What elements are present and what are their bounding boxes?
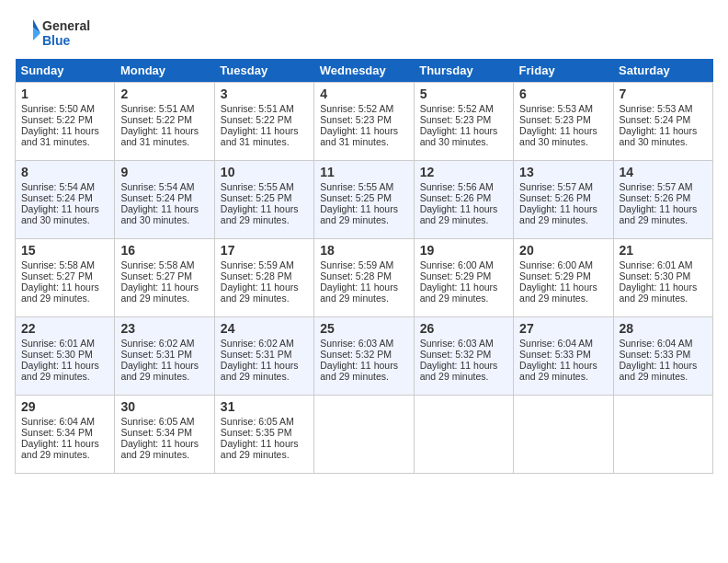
- daylight-text: Daylight: 11 hours and 29 minutes.: [620, 282, 698, 304]
- sunrise-text: Sunrise: 5:55 AM: [221, 181, 294, 192]
- sunset-text: Sunset: 5:27 PM: [21, 270, 93, 282]
- logo-svg: General Blue: [15, 15, 97, 52]
- day-number: 22: [21, 321, 108, 336]
- sunset-text: Sunset: 5:35 PM: [221, 427, 292, 438]
- sunset-text: Sunset: 5:33 PM: [519, 349, 591, 360]
- calendar-cell-day-20: 20 Sunrise: 6:00 AM Sunset: 5:29 PM Dayl…: [514, 239, 613, 317]
- day-number: 27: [519, 321, 607, 336]
- logo-text-block: General Blue: [15, 15, 97, 52]
- day-number: 11: [320, 165, 407, 179]
- sunset-text: Sunset: 5:26 PM: [420, 192, 492, 203]
- sunset-text: Sunset: 5:22 PM: [21, 114, 93, 125]
- daylight-text: Daylight: 11 hours and 31 minutes.: [120, 125, 199, 147]
- calendar-cell-day-15: 15 Sunrise: 5:58 AM Sunset: 5:27 PM Dayl…: [16, 239, 115, 317]
- calendar-cell-day-1: 1 Sunrise: 5:50 AM Sunset: 5:22 PM Dayli…: [16, 83, 115, 161]
- day-number: 21: [620, 243, 707, 258]
- header-cell-monday: Monday: [115, 59, 214, 83]
- sunrise-text: Sunrise: 5:56 AM: [420, 181, 494, 192]
- day-number: 26: [420, 321, 507, 336]
- daylight-text: Daylight: 11 hours and 31 minutes.: [320, 125, 398, 147]
- sunrise-text: Sunrise: 5:53 AM: [620, 103, 693, 114]
- sunset-text: Sunset: 5:28 PM: [320, 270, 392, 282]
- daylight-text: Daylight: 11 hours and 29 minutes.: [320, 282, 398, 304]
- sunrise-text: Sunrise: 6:05 AM: [221, 416, 294, 427]
- header-cell-friday: Friday: [514, 59, 613, 83]
- calendar-cell-day-13: 13 Sunrise: 5:57 AM Sunset: 5:26 PM Dayl…: [514, 161, 613, 239]
- day-number: 14: [620, 165, 707, 179]
- daylight-text: Daylight: 11 hours and 29 minutes.: [221, 203, 299, 225]
- svg-text:General: General: [42, 18, 90, 33]
- sunrise-text: Sunrise: 5:52 AM: [420, 103, 494, 114]
- sunrise-text: Sunrise: 6:01 AM: [620, 259, 693, 270]
- day-number: 20: [519, 243, 607, 258]
- sunset-text: Sunset: 5:28 PM: [221, 270, 292, 282]
- calendar-cell-day-18: 18 Sunrise: 5:59 AM Sunset: 5:28 PM Dayl…: [314, 239, 414, 317]
- calendar-cell-day-4: 4 Sunrise: 5:52 AM Sunset: 5:23 PM Dayli…: [314, 83, 414, 161]
- daylight-text: Daylight: 11 hours and 30 minutes.: [120, 203, 199, 225]
- sunset-text: Sunset: 5:22 PM: [120, 114, 192, 125]
- daylight-text: Daylight: 11 hours and 29 minutes.: [21, 282, 99, 304]
- sunset-text: Sunset: 5:25 PM: [320, 192, 392, 203]
- sunset-text: Sunset: 5:25 PM: [221, 192, 292, 203]
- header-cell-thursday: Thursday: [414, 59, 513, 83]
- daylight-text: Daylight: 11 hours and 30 minutes.: [519, 125, 597, 147]
- calendar-cell-day-12: 12 Sunrise: 5:56 AM Sunset: 5:26 PM Dayl…: [414, 161, 513, 239]
- sunrise-text: Sunrise: 6:00 AM: [420, 259, 494, 270]
- calendar-cell-day-11: 11 Sunrise: 5:55 AM Sunset: 5:25 PM Dayl…: [314, 161, 414, 239]
- sunset-text: Sunset: 5:27 PM: [120, 270, 192, 282]
- sunset-text: Sunset: 5:23 PM: [420, 114, 492, 125]
- sunset-text: Sunset: 5:30 PM: [21, 349, 93, 360]
- empty-cell: [613, 396, 712, 474]
- calendar-cell-day-5: 5 Sunrise: 5:52 AM Sunset: 5:23 PM Dayli…: [414, 83, 513, 161]
- daylight-text: Daylight: 11 hours and 29 minutes.: [120, 360, 199, 382]
- daylight-text: Daylight: 11 hours and 29 minutes.: [620, 360, 698, 382]
- daylight-text: Daylight: 11 hours and 29 minutes.: [221, 282, 299, 304]
- daylight-text: Daylight: 11 hours and 29 minutes.: [120, 438, 199, 460]
- daylight-text: Daylight: 11 hours and 29 minutes.: [21, 360, 99, 382]
- sunset-text: Sunset: 5:23 PM: [320, 114, 392, 125]
- sunrise-text: Sunrise: 6:04 AM: [519, 338, 593, 349]
- day-number: 1: [21, 86, 108, 101]
- day-number: 30: [120, 399, 208, 414]
- sunrise-text: Sunrise: 5:54 AM: [120, 181, 194, 192]
- calendar-cell-day-24: 24 Sunrise: 6:02 AM Sunset: 5:31 PM Dayl…: [214, 317, 313, 396]
- day-number: 25: [320, 321, 407, 336]
- daylight-text: Daylight: 11 hours and 30 minutes.: [21, 203, 99, 225]
- calendar-cell-day-10: 10 Sunrise: 5:55 AM Sunset: 5:25 PM Dayl…: [214, 161, 313, 239]
- sunset-text: Sunset: 5:31 PM: [221, 349, 292, 360]
- calendar-cell-day-27: 27 Sunrise: 6:04 AM Sunset: 5:33 PM Dayl…: [514, 317, 613, 396]
- day-number: 2: [120, 86, 208, 101]
- day-number: 5: [420, 86, 507, 101]
- calendar-cell-day-8: 8 Sunrise: 5:54 AM Sunset: 5:24 PM Dayli…: [16, 161, 115, 239]
- day-number: 18: [320, 243, 407, 258]
- calendar-cell-day-14: 14 Sunrise: 5:57 AM Sunset: 5:26 PM Dayl…: [613, 161, 712, 239]
- day-number: 9: [120, 165, 208, 179]
- calendar-cell-day-2: 2 Sunrise: 5:51 AM Sunset: 5:22 PM Dayli…: [115, 83, 214, 161]
- day-number: 6: [519, 86, 607, 101]
- day-number: 7: [620, 86, 707, 101]
- calendar-cell-day-23: 23 Sunrise: 6:02 AM Sunset: 5:31 PM Dayl…: [115, 317, 214, 396]
- daylight-text: Daylight: 11 hours and 29 minutes.: [620, 203, 698, 225]
- sunrise-text: Sunrise: 6:04 AM: [21, 416, 95, 427]
- day-number: 4: [320, 86, 407, 101]
- day-number: 28: [620, 321, 707, 336]
- daylight-text: Daylight: 11 hours and 29 minutes.: [519, 282, 597, 304]
- calendar-cell-day-17: 17 Sunrise: 5:59 AM Sunset: 5:28 PM Dayl…: [214, 239, 313, 317]
- calendar-table: SundayMondayTuesdayWednesdayThursdayFrid…: [15, 59, 713, 474]
- sunset-text: Sunset: 5:24 PM: [21, 192, 93, 203]
- sunset-text: Sunset: 5:22 PM: [221, 114, 292, 125]
- sunset-text: Sunset: 5:26 PM: [519, 192, 591, 203]
- sunset-text: Sunset: 5:34 PM: [21, 427, 93, 438]
- sunset-text: Sunset: 5:31 PM: [120, 349, 192, 360]
- calendar-header-row: SundayMondayTuesdayWednesdayThursdayFrid…: [16, 59, 713, 83]
- sunset-text: Sunset: 5:32 PM: [320, 349, 392, 360]
- calendar-cell-day-29: 29 Sunrise: 6:04 AM Sunset: 5:34 PM Dayl…: [16, 396, 115, 474]
- sunrise-text: Sunrise: 5:51 AM: [120, 103, 194, 114]
- sunset-text: Sunset: 5:26 PM: [620, 192, 691, 203]
- calendar-cell-day-19: 19 Sunrise: 6:00 AM Sunset: 5:29 PM Dayl…: [414, 239, 513, 317]
- calendar-cell-day-3: 3 Sunrise: 5:51 AM Sunset: 5:22 PM Dayli…: [214, 83, 313, 161]
- sunrise-text: Sunrise: 5:55 AM: [320, 181, 393, 192]
- daylight-text: Daylight: 11 hours and 29 minutes.: [21, 438, 99, 460]
- daylight-text: Daylight: 11 hours and 29 minutes.: [420, 203, 498, 225]
- svg-text:Blue: Blue: [42, 33, 71, 48]
